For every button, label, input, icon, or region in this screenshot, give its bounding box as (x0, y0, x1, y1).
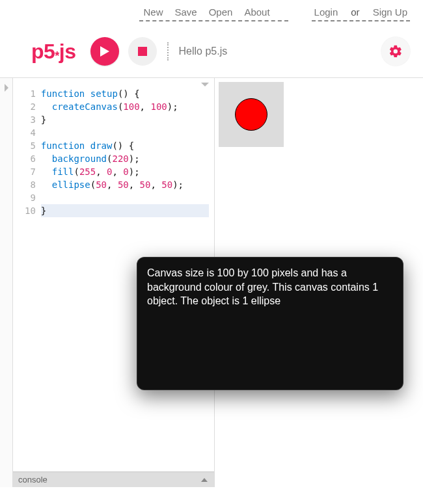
accessibility-tooltip: Canvas size is 100 by 100 pixels and has… (137, 257, 403, 390)
svg-marker-1 (5, 84, 8, 92)
toolbar-divider (167, 42, 169, 60)
nav-new[interactable]: New (143, 7, 163, 18)
top-nav: New Save Open About Login or Sign Up (0, 0, 423, 25)
chevron-up-icon (200, 477, 209, 483)
sketch-name[interactable]: Hello p5.js (179, 46, 372, 57)
tooltip-text: Canvas size is 100 by 100 pixels and has… (147, 267, 378, 306)
logo: p5*js (31, 40, 76, 64)
svg-marker-2 (201, 83, 209, 86)
chevron-right-icon (3, 83, 10, 92)
nav-about[interactable]: About (244, 7, 269, 18)
nav-open[interactable]: Open (209, 7, 233, 18)
gear-icon (389, 44, 403, 59)
sidebar-toggle[interactable] (0, 78, 13, 487)
line-gutter: 12345678910 (13, 87, 41, 471)
sketch-canvas (219, 82, 284, 147)
stop-button[interactable] (128, 37, 157, 66)
play-button[interactable] (90, 37, 119, 66)
svg-marker-0 (100, 46, 109, 57)
console-label: console (18, 475, 48, 484)
nav-file-group: New Save Open About (139, 7, 288, 21)
svg-marker-3 (201, 478, 208, 482)
editor-collapse[interactable] (200, 80, 210, 90)
settings-button[interactable] (381, 37, 410, 66)
nav-signup[interactable]: Sign Up (373, 7, 407, 18)
nav-login[interactable]: Login (314, 7, 338, 18)
stop-icon (138, 47, 147, 56)
chevron-down-icon (200, 81, 210, 88)
nav-save[interactable]: Save (174, 7, 197, 18)
nav-auth-group: Login or Sign Up (312, 7, 410, 21)
play-icon (100, 46, 110, 57)
ellipse-shape (235, 98, 267, 131)
console-toggle[interactable]: console (13, 471, 214, 487)
toolbar: p5*js Hello p5.js (0, 25, 423, 77)
nav-or-text: or (351, 7, 359, 18)
